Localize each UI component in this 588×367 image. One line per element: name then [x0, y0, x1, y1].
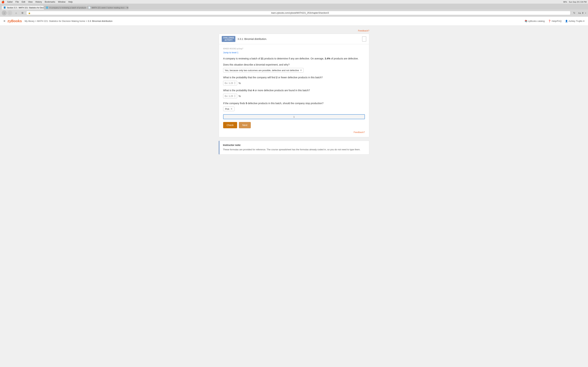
tab-active[interactable]: 📘 Section 3.3 – MATH 221: Statistics for… — [2, 6, 44, 9]
zybooks-logo[interactable]: zyBooks — [8, 19, 22, 23]
browser-chrome: ‹ › ⌂ ⚙ 🔒 learn.zybooks.com/zybook/MATH2… — [0, 9, 588, 17]
browser-tabs: 📘 Section 3.3 – MATH 221: Statistics for… — [0, 4, 588, 9]
challenge-body: 604820.4631562.qx3zqy7 Jump to level 1 A… — [219, 44, 369, 137]
problem-text: A company is reviewing a batch of 21 pro… — [223, 57, 365, 60]
breadcrumb-my-library[interactable]: My library — [25, 20, 35, 22]
challenge-header: CHALLENGE ACTIVITY 3.3.1: Binomial distr… — [219, 34, 369, 44]
q2-stepper-down[interactable]: ▼ — [234, 83, 235, 84]
next-button[interactable]: Next — [239, 122, 251, 128]
address-bar[interactable]: 🔒 learn.zybooks.com/zybook/MATH221_253/c… — [26, 11, 571, 15]
question-3-block: What is the probability that 4 or more d… — [223, 89, 365, 98]
page-wrapper: Feedback? CHALLENGE ACTIVITY 3.3.1: Bino… — [215, 26, 373, 161]
tab-favicon-3: 📄 — [88, 7, 91, 9]
menu-edit[interactable]: Edit — [22, 1, 25, 3]
feedback-bottom-link[interactable]: Feedback? — [354, 131, 365, 133]
q1-clear-icon[interactable]: ✕ — [300, 69, 302, 72]
q2-input-row: ▲ ▼ % — [223, 81, 365, 85]
problem-text-before: A company is reviewing a batch of — [223, 57, 260, 60]
q3-label-after: or more defective products are found in … — [255, 89, 310, 92]
bookmark-icon[interactable] — [362, 36, 366, 42]
q3-stepper: ▲ ▼ — [234, 95, 235, 98]
problem-text-after: of products are defective. — [331, 57, 358, 60]
problem-text-middle: products to determine if any are defecti… — [264, 57, 324, 60]
new-tab-icon[interactable]: + — [585, 12, 586, 14]
breadcrumb-current: 3.3: Binomial distribution — [88, 20, 112, 22]
instructor-note: Instructor note: These formulas are prov… — [219, 141, 369, 154]
q3-bold: 4 — [253, 89, 254, 92]
menu-file[interactable]: File — [15, 1, 19, 3]
reader-view-icon[interactable]: Aa — [578, 12, 581, 14]
challenge-title: 3.3.1: Binomial distribution. — [237, 38, 362, 40]
q3-number-input-box: ▲ ▼ — [223, 94, 237, 98]
menu-history[interactable]: History — [35, 1, 42, 3]
problem-bold-3.4: 3.4% — [325, 57, 330, 60]
q2-stepper: ▲ ▼ — [234, 82, 235, 84]
activity-id: 604820.4631562.qx3zqy7 — [223, 48, 365, 50]
header-right: 📚 zyBooks catalog ❓ Help/FAQ 👤 Ashley Tr… — [525, 20, 585, 22]
user-menu[interactable]: 👤 Ashley Trujillo ▾ — [565, 20, 585, 22]
user-chevron-icon: ▾ — [583, 20, 585, 22]
user-icon: 👤 — [565, 20, 568, 22]
hamburger-menu[interactable]: ≡ — [3, 19, 5, 23]
q1-dropdown[interactable]: Yes, because only two outcomes are possi… — [223, 68, 304, 73]
breadcrumb-course[interactable]: MATH 221: Statistics for Decision Making… — [37, 20, 85, 22]
feedback-top-link[interactable]: Feedback? — [358, 29, 369, 32]
q3-stepper-up[interactable]: ▲ — [234, 95, 235, 96]
jump-to-level-link[interactable]: Jump to level 1 — [223, 51, 238, 54]
challenge-badge: CHALLENGE ACTIVITY — [222, 36, 235, 42]
action-row: Check Next — [223, 122, 365, 128]
share-icon[interactable]: ⬆ — [582, 12, 584, 14]
check-button[interactable]: Check — [223, 122, 237, 128]
back-button[interactable]: ‹ — [2, 10, 7, 15]
q4-label-after: defective products in this batch, should… — [248, 102, 324, 105]
q3-input-row: ▲ ▼ % — [223, 94, 365, 98]
q4-pick-dropdown[interactable]: Pick ✕ — [223, 107, 234, 111]
tab-favicon-2: 🌐 — [46, 7, 48, 9]
question-2-label: What is the probability that the company… — [223, 76, 365, 79]
refresh-button[interactable]: ↻ — [572, 10, 577, 15]
tab-label-2: A company is reviewing a batch of produc… — [49, 7, 86, 9]
menu-window[interactable]: Window — [58, 1, 66, 3]
question-3-label: What is the probability that 4 or more d… — [223, 89, 365, 92]
instructor-note-text: These formulas are provided for referenc… — [223, 148, 366, 151]
help-icon: ❓ — [548, 20, 551, 22]
menu-safari[interactable]: Safari — [7, 1, 13, 3]
q2-input[interactable] — [225, 82, 233, 84]
progress-area: 1 — [223, 114, 365, 119]
q2-stepper-up[interactable]: ▲ — [234, 82, 235, 83]
menu-view[interactable]: View — [28, 1, 33, 3]
zybooks-catalog-link[interactable]: 📚 zyBooks catalog — [525, 20, 545, 22]
settings-button[interactable]: ⚙ — [20, 10, 25, 15]
forward-button[interactable]: › — [7, 10, 12, 15]
q3-percent-label: % — [239, 95, 241, 98]
q1-answer-text: Yes, because only two outcomes are possi… — [225, 69, 299, 72]
q3-input[interactable] — [225, 95, 233, 97]
q4-pick-label: Pick — [225, 108, 229, 110]
question-4-block: If the company finds 5 defective product… — [223, 101, 365, 111]
q2-label-after: or fewer defective products in this batc… — [278, 76, 322, 79]
question-1-block: Does this situation describe a binomial … — [223, 63, 365, 73]
apple-menu[interactable]: 🍎 — [1, 0, 4, 3]
menu-bookmarks[interactable]: Bookmarks — [45, 1, 55, 3]
q4-pick-icon: ✕ — [231, 108, 233, 110]
tab-favicon-1: 📘 — [3, 7, 6, 9]
q3-stepper-down[interactable]: ▼ — [234, 96, 235, 98]
battery-indicator: 98% — [563, 1, 567, 3]
challenge-badge-line2: ACTIVITY — [225, 39, 233, 41]
feedback-top: Feedback? — [219, 29, 369, 32]
instructor-note-title: Instructor note: — [223, 144, 366, 146]
mac-menubar: 🍎 Safari File Edit View History Bookmark… — [0, 0, 588, 4]
home-button[interactable]: ⌂ — [14, 10, 18, 15]
q2-bold: 2 — [276, 76, 277, 79]
tab-2[interactable]: 🌐 A company is reviewing a batch of prod… — [44, 6, 86, 9]
menu-help[interactable]: Help — [68, 1, 73, 3]
progress-value: 1 — [293, 116, 294, 118]
breadcrumb-sep2: > — [86, 20, 88, 22]
tab-label-3: MATH 221 week 3 active reading.docx – MA… — [92, 7, 129, 9]
tab-label-1: Section 3.3 – MATH 221: Statistics for D… — [7, 7, 44, 9]
help-link[interactable]: ❓ Help/FAQ — [548, 20, 562, 22]
help-label: Help/FAQ — [552, 20, 562, 22]
tab-3[interactable]: 📄 MATH 221 week 3 active reading.docx – … — [86, 6, 129, 9]
progress-bar: 1 — [223, 114, 365, 119]
catalog-icon: 📚 — [525, 20, 527, 22]
